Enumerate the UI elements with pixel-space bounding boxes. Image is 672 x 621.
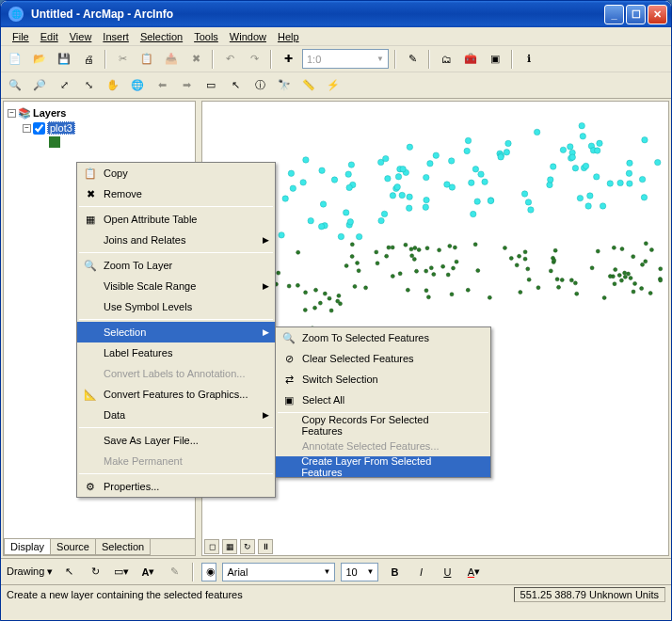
maximize-button[interactable]: ☐	[626, 5, 646, 24]
ctx-convert-features[interactable]: 📐Convert Features to Graphics...	[77, 384, 275, 405]
menu-window[interactable]: Window	[224, 29, 272, 44]
ctx-joins-relates[interactable]: Joins and Relates▶	[77, 230, 275, 250]
layers-root[interactable]: − 📚 Layers	[8, 105, 191, 120]
clear-selected-icon: ⊘	[280, 350, 298, 367]
collapse-icon[interactable]: −	[23, 124, 31, 133]
toc-tab-selection[interactable]: Selection	[95, 539, 151, 555]
find-button[interactable]: 🔭	[274, 75, 295, 96]
paste-button[interactable]: 📥	[161, 49, 182, 70]
layer-visibility-checkbox[interactable]	[33, 122, 45, 135]
measure-button[interactable]: 📏	[298, 75, 319, 96]
svg-point-26	[465, 137, 471, 143]
toc-tab-display[interactable]: Display	[4, 539, 51, 555]
ctx-open-attr-table[interactable]: ▦Open Attribute Table	[77, 209, 275, 230]
undo-button[interactable]: ↶	[219, 49, 240, 70]
ctx-symbol-levels[interactable]: Use Symbol Levels	[77, 296, 275, 317]
ctx-zoom-to-layer[interactable]: 🔍Zoom To Layer	[77, 255, 275, 276]
menubar: File Edit View Insert Selection Tools Wi…	[1, 27, 671, 46]
scale-combo[interactable]: 1:0▼	[302, 49, 389, 69]
ctx-selection[interactable]: Selection▶	[77, 322, 275, 342]
zoom-in-button[interactable]: 🔍	[5, 75, 25, 96]
layout-view-button[interactable]: ▦	[222, 539, 237, 554]
layer-symbol[interactable]	[8, 135, 191, 149]
layer-row-plot3[interactable]: − plot3	[8, 120, 191, 135]
pause-drawing-button[interactable]: ⏸	[258, 539, 273, 554]
delete-button[interactable]: ✖	[185, 49, 206, 70]
zoom-out-button[interactable]: 🔎	[29, 75, 50, 96]
select-features-button[interactable]: ▭	[200, 75, 221, 96]
arctoolbox-button[interactable]: 🧰	[460, 49, 481, 70]
minimize-button[interactable]: _	[604, 5, 624, 24]
ctx-data[interactable]: Data▶	[77, 405, 275, 425]
ctx-copy[interactable]: 📋Copy	[77, 163, 275, 183]
svg-point-8	[395, 174, 401, 180]
underline-button[interactable]: U	[437, 562, 457, 582]
ctx-save-layer-file[interactable]: Save As Layer File...	[77, 430, 275, 451]
editor-toolbar-icon[interactable]: ✎	[402, 49, 423, 70]
command-line-button[interactable]: ▣	[485, 49, 505, 70]
font-color-swatch[interactable]: ◉	[201, 563, 216, 581]
identify-button[interactable]: ⓘ	[249, 75, 270, 96]
bold-button[interactable]: B	[384, 562, 405, 582]
cut-button[interactable]: ✂	[112, 49, 133, 70]
arccatalog-button[interactable]: 🗂	[436, 49, 456, 70]
select-elements-button[interactable]: ↖	[225, 75, 246, 96]
sub-zoom-selected[interactable]: 🔍Zoom To Selected Features	[276, 327, 490, 348]
ctx-remove[interactable]: ✖Remove	[77, 183, 275, 204]
print-button[interactable]: 🖨	[78, 49, 99, 70]
svg-point-131	[376, 262, 379, 265]
refresh-view-button[interactable]: ↻	[240, 539, 255, 554]
pan-button[interactable]: ✋	[103, 75, 123, 96]
close-button[interactable]: ✕	[648, 5, 667, 24]
collapse-icon[interactable]: −	[8, 109, 16, 118]
redo-button[interactable]: ↷	[244, 49, 264, 70]
ctx-label-features[interactable]: Label Features	[77, 342, 275, 363]
copy-button[interactable]: 📋	[136, 49, 157, 70]
next-extent-button[interactable]: ➡	[176, 75, 197, 96]
menu-help[interactable]: Help	[272, 29, 305, 44]
edit-vertices-icon[interactable]: ✎	[164, 562, 184, 582]
menu-insert[interactable]: Insert	[97, 29, 135, 44]
menu-view[interactable]: View	[64, 29, 98, 44]
open-button[interactable]: 📂	[29, 49, 50, 70]
font-color-button[interactable]: A▾	[463, 562, 484, 582]
draw-rect-icon[interactable]: ▭▾	[111, 562, 132, 582]
sub-switch-selection[interactable]: ⇄Switch Selection	[276, 369, 490, 390]
font-combo[interactable]: Arial▼	[222, 563, 335, 581]
sub-create-layer[interactable]: Create Layer From Selected Features	[276, 456, 490, 477]
draw-text-icon[interactable]: A▾	[137, 562, 158, 582]
font-size-combo[interactable]: 10▼	[341, 563, 378, 581]
ctx-visible-scale[interactable]: Visible Scale Range▶	[77, 276, 275, 296]
prev-extent-button[interactable]: ⬅	[152, 75, 172, 96]
sub-select-all[interactable]: ▣Select All	[276, 390, 490, 410]
fixed-zoom-in-icon[interactable]: ⤢	[54, 75, 74, 96]
svg-point-51	[356, 233, 361, 239]
hyperlink-button[interactable]: ⚡	[323, 75, 344, 96]
toc-tab-source[interactable]: Source	[50, 539, 96, 555]
whats-this-button[interactable]: ℹ	[519, 49, 539, 70]
add-data-button[interactable]: ✚	[278, 49, 298, 70]
standard-toolbar: 📄 📂 💾 🖨 ✂ 📋 📥 ✖ ↶ ↷ ✚ 1:0▼ ✎ 🗂 🧰 ▣ ℹ	[1, 46, 671, 72]
menu-file[interactable]: File	[7, 29, 35, 44]
full-extent-button[interactable]: 🌐	[127, 75, 148, 96]
svg-point-87	[279, 232, 284, 238]
menu-selection[interactable]: Selection	[135, 29, 188, 44]
menu-tools[interactable]: Tools	[188, 29, 224, 44]
svg-point-210	[488, 295, 491, 299]
svg-point-107	[318, 301, 322, 305]
ctx-properties[interactable]: ⚙Properties...	[77, 476, 275, 497]
svg-point-128	[632, 290, 635, 294]
drawing-label[interactable]: Drawing ▾	[7, 565, 53, 578]
fixed-zoom-out-icon[interactable]: ⤡	[78, 75, 99, 96]
new-button[interactable]: 📄	[5, 49, 25, 70]
svg-point-55	[548, 177, 553, 183]
data-view-button[interactable]: ◻	[204, 539, 219, 554]
rotate-icon[interactable]: ↻	[85, 562, 105, 582]
menu-edit[interactable]: Edit	[35, 29, 64, 44]
sub-clear-selected[interactable]: ⊘Clear Selected Features	[276, 348, 490, 369]
select-element-icon[interactable]: ↖	[58, 562, 79, 582]
layer-name[interactable]: plot3	[47, 121, 75, 135]
sub-copy-records[interactable]: Copy Records For Selected Features	[276, 415, 490, 436]
italic-button[interactable]: I	[410, 562, 431, 582]
save-button[interactable]: 💾	[54, 49, 74, 70]
